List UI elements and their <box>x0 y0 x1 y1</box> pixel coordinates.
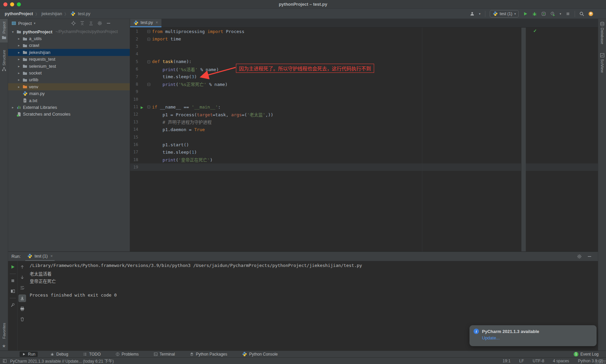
status-message[interactable]: PyCharm 2021.1.3 available // Update... … <box>10 358 114 364</box>
search-everywhere-icon[interactable] <box>579 11 584 16</box>
code-line-3[interactable]: 3 <box>130 43 598 50</box>
fold-marker-icon[interactable] <box>146 28 152 34</box>
code-line-4[interactable]: 4 <box>130 50 598 58</box>
code-line-14[interactable]: 14 p1.daemon = True <box>130 126 598 133</box>
line-number[interactable]: 19 <box>130 165 138 170</box>
line-number[interactable]: 8 <box>130 82 138 87</box>
chevron-collapsed-icon[interactable]: ▸ <box>17 71 21 75</box>
line-number[interactable]: 1 <box>130 29 138 34</box>
breadcrumb-project[interactable]: pythonProject <box>5 11 33 16</box>
run-with-coverage-button[interactable] <box>541 11 546 16</box>
clear-console-button[interactable] <box>19 315 26 323</box>
code-editor[interactable]: 1from multiprocessing import Process2imp… <box>130 28 598 251</box>
line-number[interactable]: 3 <box>130 44 138 49</box>
event-log-button[interactable]: 1 Event Log <box>574 352 606 357</box>
editor-tab-testpy[interactable]: test.py × <box>130 19 161 27</box>
debug-button[interactable] <box>532 11 537 16</box>
hide-panel-icon[interactable] <box>587 254 592 259</box>
caret-position[interactable]: 19:1 <box>503 359 510 363</box>
tree-item-crawl[interactable]: ▸crawl <box>8 42 130 49</box>
sidebar-tab-project[interactable]: Project <box>0 19 8 42</box>
chevron-collapsed-icon[interactable]: ▸ <box>17 78 21 82</box>
tree-item-urllib[interactable]: ▸urllib <box>8 77 130 83</box>
print-button[interactable] <box>19 305 26 312</box>
tree-item-selenium-test[interactable]: ▸selenium_test <box>8 63 130 69</box>
code-line-8[interactable]: 8 print('%s正常死亡' % name) <box>130 81 598 88</box>
chevron-collapsed-icon[interactable]: ▸ <box>17 64 21 68</box>
toolbar-button-problems[interactable]: Problems <box>113 352 141 357</box>
fold-marker-icon[interactable] <box>146 81 152 87</box>
chevron-expanded-icon[interactable]: ▾ <box>11 30 15 34</box>
code-line-9[interactable]: 9 <box>130 88 598 95</box>
tree-item-external-libraries[interactable]: ▸External Libraries <box>8 104 130 111</box>
soft-wrap-button[interactable] <box>19 284 26 292</box>
stop-button[interactable] <box>566 11 570 16</box>
fold-marker-icon[interactable] <box>146 36 152 42</box>
line-number[interactable]: 12 <box>130 112 138 117</box>
line-number[interactable]: 5 <box>130 59 138 64</box>
pin-tab-button[interactable] <box>9 301 17 309</box>
sidebar-tab-sciview[interactable]: SciView <box>598 50 606 75</box>
line-number[interactable]: 17 <box>130 150 138 154</box>
star-icon[interactable]: ★ <box>2 343 6 348</box>
tree-item-pythonproject[interactable]: ▾pythonProject~/PycharmProjects/pythonPr… <box>8 28 130 35</box>
code-line-18[interactable]: 18 print('皇帝正在死亡') <box>130 156 598 163</box>
user-profile-icon[interactable] <box>470 11 475 16</box>
fold-marker-icon[interactable] <box>146 59 152 65</box>
code-line-19[interactable]: 19 <box>130 163 598 171</box>
stop-button[interactable] <box>9 277 17 284</box>
sidebar-tab-database[interactable]: Database <box>598 19 606 47</box>
tree-item-main-py[interactable]: main.py <box>8 90 130 97</box>
line-number[interactable]: 14 <box>130 127 138 132</box>
hide-panel-icon[interactable] <box>106 21 111 26</box>
line-number[interactable]: 16 <box>130 142 138 147</box>
code-line-17[interactable]: 17 time.sleep(1) <box>130 148 598 156</box>
chevron-collapsed-icon[interactable]: ▸ <box>17 37 21 40</box>
line-separator[interactable]: LF <box>519 359 524 363</box>
line-number[interactable]: 4 <box>130 52 138 56</box>
project-panel-title[interactable]: Project <box>18 21 32 26</box>
toolbar-button-todo[interactable]: TODO <box>81 352 103 357</box>
sidebar-tab-favorites[interactable]: Favorites <box>2 320 6 341</box>
toolbar-button-terminal[interactable]: Terminal <box>151 352 177 357</box>
tool-windows-toggle-icon[interactable] <box>3 359 7 363</box>
update-available-icon[interactable] <box>588 11 593 16</box>
line-number[interactable]: 15 <box>130 135 138 140</box>
expand-all-icon[interactable] <box>80 21 85 26</box>
line-number[interactable]: 7 <box>130 74 138 79</box>
scroll-to-end-button[interactable] <box>19 295 26 302</box>
sidebar-tab-structure[interactable]: Structure <box>0 47 8 74</box>
breadcrumb-file[interactable]: test.py <box>78 11 90 16</box>
toolbar-button-run[interactable]: Run <box>20 352 38 357</box>
line-number[interactable]: 9 <box>130 89 138 94</box>
toolbar-button-python-console[interactable]: Python Console <box>240 351 280 357</box>
settings-icon[interactable] <box>97 21 102 26</box>
line-number[interactable]: 13 <box>130 120 138 124</box>
chevron-collapsed-icon[interactable]: ▸ <box>17 51 21 54</box>
tree-item-requests-test[interactable]: ▸requests_test <box>8 56 130 63</box>
update-link[interactable]: Update... <box>482 335 593 340</box>
code-line-12[interactable]: 12 p1 = Process(target=task, args=('老太监'… <box>130 111 598 118</box>
chevron-collapsed-icon[interactable]: ▸ <box>17 85 21 89</box>
code-line-2[interactable]: 2import time <box>130 35 598 42</box>
code-line-11[interactable]: 11▶if __name__ == '__main__': <box>130 103 598 111</box>
line-number[interactable]: 10 <box>130 97 138 102</box>
rerun-button[interactable] <box>9 263 17 271</box>
tree-item-venv[interactable]: ▸venv <box>8 83 130 90</box>
restore-layout-button[interactable] <box>9 287 17 295</box>
python-interpreter[interactable]: Python 3.9 (2) <box>578 359 603 363</box>
tree-item-socket[interactable]: ▸socket <box>8 69 130 76</box>
collapse-all-icon[interactable] <box>89 21 93 26</box>
toolbar-button-debug[interactable]: Debug <box>48 352 70 357</box>
tree-item-a-txt[interactable]: a.txt <box>8 97 130 104</box>
select-opened-file-icon[interactable] <box>71 21 76 26</box>
run-tab[interactable]: test (1) × <box>25 252 55 261</box>
code-line-1[interactable]: 1from multiprocessing import Process <box>130 28 598 35</box>
code-line-15[interactable]: 15 <box>130 133 598 141</box>
code-line-13[interactable]: 13 # 声明子进程为守护进程 <box>130 118 598 126</box>
inspection-ok-icon[interactable]: ✓ <box>533 28 537 33</box>
chevron-down-icon[interactable]: ▾ <box>34 22 35 25</box>
chevron-collapsed-icon[interactable]: ▸ <box>17 43 21 47</box>
indent-style[interactable]: 4 spaces <box>553 359 569 363</box>
chevron-collapsed-icon[interactable]: ▸ <box>17 57 21 61</box>
